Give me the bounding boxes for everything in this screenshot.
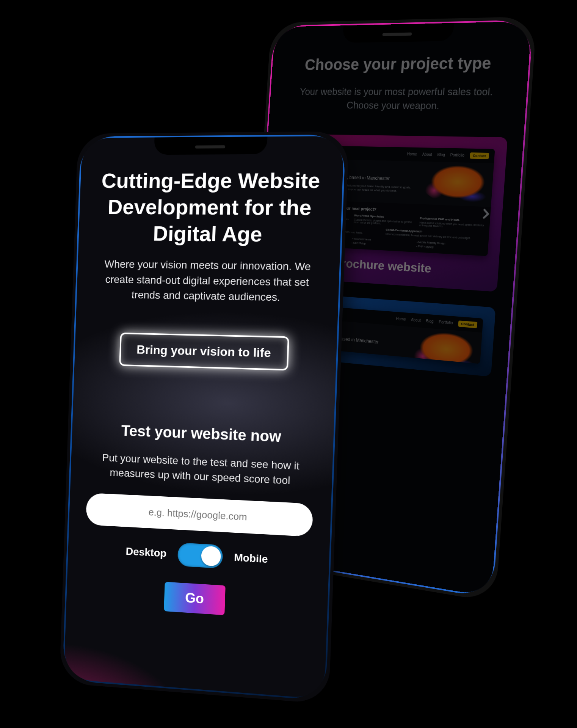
preview-nav: Home About Blog Portfolio Contact xyxy=(407,151,489,159)
hero-subtitle: Where your vision meets our innovation. … xyxy=(93,257,322,306)
phone-mockup-front: Cutting-Edge Website Development for the… xyxy=(59,131,349,704)
url-input[interactable] xyxy=(86,493,313,537)
phone-notch xyxy=(342,23,454,43)
toggle-label-right: Mobile xyxy=(234,551,268,565)
cta-button[interactable]: Bring your vision to life xyxy=(119,333,289,370)
toggle-label-left: Desktop xyxy=(125,545,167,560)
project-type-subtitle: Your website is your most powerful sales… xyxy=(283,85,511,113)
front-screen: Cutting-Edge Website Development for the… xyxy=(64,136,344,699)
go-button[interactable]: Go xyxy=(164,582,226,615)
phone-notch xyxy=(154,136,267,155)
toggle-knob xyxy=(201,546,221,566)
hero-title: Cutting-Edge Website Development for the… xyxy=(95,167,325,248)
project-type-heading: Choose your project type xyxy=(285,53,513,74)
test-section-subtitle: Put your website to the test and see how… xyxy=(87,449,315,489)
device-toggle[interactable] xyxy=(177,543,223,569)
test-section-heading: Test your website now xyxy=(89,421,316,447)
